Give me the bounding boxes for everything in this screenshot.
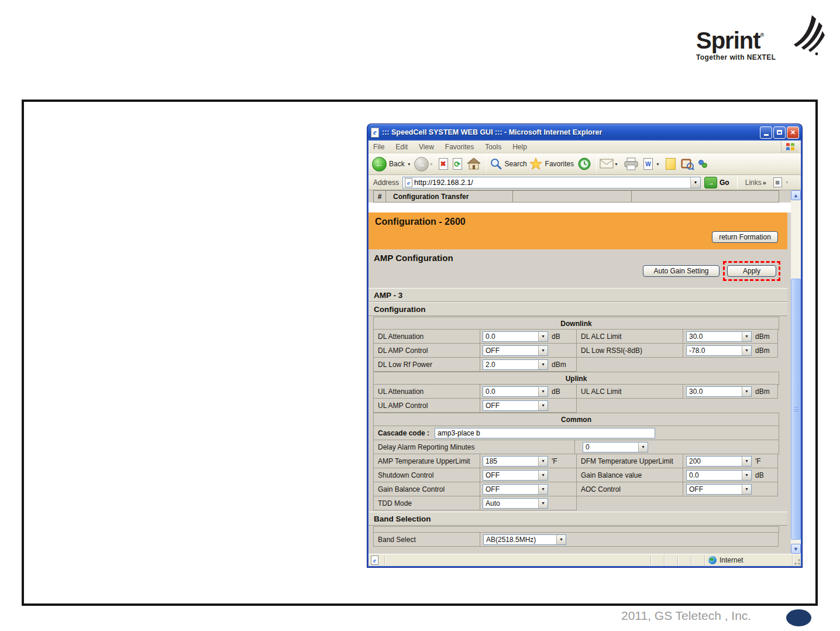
dfm-temperature-select[interactable]: 200▼	[686, 456, 752, 467]
shutdown-control-select[interactable]: OFF▼	[483, 470, 548, 481]
cascade-code-label: Cascade code :	[378, 429, 429, 437]
menu-tools[interactable]: Tools	[485, 143, 501, 151]
return-formation-button[interactable]: return Formation	[712, 231, 778, 243]
favorites-button[interactable]: Favorites	[529, 157, 576, 170]
section-configuration: Configuration	[369, 302, 787, 316]
chevron-down-icon: ▼	[556, 535, 566, 544]
common-header: Common	[373, 413, 779, 426]
dl-low-rf-power-select[interactable]: 2.0▼	[483, 359, 548, 370]
chevron-down-icon: ▼	[538, 332, 548, 341]
status-message-pane	[385, 555, 651, 565]
field-label: DL ALC Limit	[576, 329, 683, 344]
gain-balance-value-select[interactable]: 0.0▼	[686, 470, 752, 481]
field-label: AOC Control	[576, 482, 683, 496]
go-button[interactable]: →	[704, 177, 717, 188]
sprint-wing-icon	[790, 13, 827, 56]
title-bar[interactable]: e ::: SpeedCell SYSTEM WEB GUI ::: - Mic…	[367, 124, 803, 140]
address-input[interactable]: e ▼	[402, 177, 701, 188]
scroll-down-button[interactable]: ▼	[791, 544, 801, 554]
apply-button[interactable]: Apply	[727, 265, 776, 277]
chevron-down-icon: ▼	[538, 387, 548, 396]
status-page-icon-pane: e	[369, 555, 385, 565]
table-row: Cascade code :	[373, 426, 779, 440]
menu-file[interactable]: File	[373, 143, 384, 151]
menu-view[interactable]: View	[419, 143, 434, 151]
links-label[interactable]: Links	[745, 179, 762, 187]
tab-empty-1	[512, 190, 632, 203]
toolbar-separator	[486, 156, 487, 172]
address-url-field[interactable]	[414, 178, 690, 187]
back-dropdown-icon[interactable]: ▼	[407, 162, 411, 166]
history-button[interactable]	[577, 157, 591, 171]
tab-hash[interactable]: #	[373, 190, 386, 203]
scroll-up-button[interactable]: ▲	[791, 190, 801, 200]
forward-button[interactable]: → ▼	[414, 157, 436, 172]
links-chevron-icon[interactable]: »	[763, 179, 766, 186]
spacer	[369, 203, 791, 212]
field-label: UL AMP Control	[373, 398, 480, 413]
amp-temperature-select[interactable]: 185▼	[483, 456, 548, 467]
auto-gain-setting-button[interactable]: Auto Gain Setting	[643, 265, 719, 277]
browser-toolbar: ← Back ▼ → ▼ ✖ ⟳	[369, 153, 801, 175]
stop-button[interactable]: ✖	[439, 158, 448, 170]
dl-attenuation-select[interactable]: 0.0▼	[483, 331, 548, 342]
field-label: DL Low RSSI(-8dB)	[576, 343, 683, 358]
cascade-code-input[interactable]	[435, 428, 655, 438]
tab-empty-2	[631, 190, 779, 203]
table-row: AMP Temperature UpperLimit 185▼'F DFM Te…	[373, 454, 779, 468]
tdd-mode-select[interactable]: Auto▼	[483, 498, 548, 509]
home-button[interactable]	[467, 157, 481, 170]
table-row: UL AMP Control OFF▼	[373, 399, 779, 413]
refresh-button[interactable]: ⟳	[453, 158, 462, 170]
page-number-bubble	[786, 609, 811, 626]
registered-mark: ®	[760, 32, 764, 38]
close-button[interactable]: ✕	[787, 126, 799, 139]
gain-balance-control-select[interactable]: OFF▼	[483, 484, 548, 495]
ie-page-icon: e	[405, 178, 412, 187]
search-button[interactable]: Search	[490, 157, 529, 170]
chevron-down-icon: ▼	[638, 443, 648, 452]
status-bar: e Internet	[369, 554, 801, 566]
dl-alc-limit-select[interactable]: 30.0▼	[686, 331, 752, 342]
menu-edit[interactable]: Edit	[395, 143, 408, 151]
menu-favorites[interactable]: Favorites	[445, 143, 474, 151]
field-label: Shutdown Control	[373, 468, 480, 482]
delay-alarm-select[interactable]: 0▼	[583, 442, 648, 452]
zone-label: Internet	[719, 556, 743, 564]
field-label: DL Attenuation	[373, 329, 480, 344]
table-row: DL Attenuation 0.0▼dB DL ALC Limit 30.0▼…	[373, 330, 779, 344]
dl-low-rssi-select[interactable]: -78.0▼	[686, 345, 752, 356]
dl-amp-control-select[interactable]: OFF▼	[483, 345, 548, 356]
uplink-header: Uplink	[373, 372, 779, 385]
windows-flag-icon	[781, 141, 798, 153]
section-amp3: AMP - 3	[369, 288, 787, 302]
ul-alc-limit-select[interactable]: 30.0▼	[686, 386, 752, 397]
vertical-scrollbar[interactable]: ▲ ▼	[791, 190, 801, 554]
field-label: AMP Temperature UpperLimit	[373, 454, 480, 468]
band-select[interactable]: AB(2518.5MHz)▼	[483, 534, 566, 545]
resize-grip[interactable]	[793, 555, 801, 565]
table-row: Gain Balance Control OFF▼ AOC Control OF…	[373, 482, 779, 496]
research-book-button[interactable]	[680, 157, 694, 170]
tab-configuration-transfer[interactable]: Configuration Transfer	[385, 190, 513, 203]
scrollbar-thumb[interactable]	[791, 279, 801, 540]
messenger-button[interactable]	[698, 160, 707, 168]
minimize-button[interactable]	[760, 126, 772, 139]
aoc-control-select[interactable]: OFF▼	[686, 484, 752, 495]
back-button[interactable]: ← Back ▼	[372, 157, 414, 172]
menu-help[interactable]: Help	[512, 143, 527, 151]
sprint-logo: Sprint® Together with NEXTEL	[696, 23, 798, 64]
mail-button[interactable]: ▼	[600, 159, 621, 169]
ul-attenuation-select[interactable]: 0.0▼	[483, 386, 548, 397]
chevron-down-icon: ▼	[538, 346, 548, 355]
print-button[interactable]	[624, 157, 639, 170]
ul-amp-control-select[interactable]: OFF▼	[483, 400, 548, 411]
links-page-icon[interactable]: ▦	[773, 177, 782, 187]
field-label: UL Attenuation	[373, 384, 480, 399]
maximize-button[interactable]	[773, 126, 786, 139]
chevron-down-icon: ▼	[742, 485, 751, 494]
table-row: TDD Mode Auto▼	[373, 496, 779, 510]
discuss-note-button[interactable]	[666, 158, 676, 170]
address-dropdown-icon[interactable]: ▼	[690, 177, 700, 188]
edit-button[interactable]: W ▼	[641, 158, 663, 170]
